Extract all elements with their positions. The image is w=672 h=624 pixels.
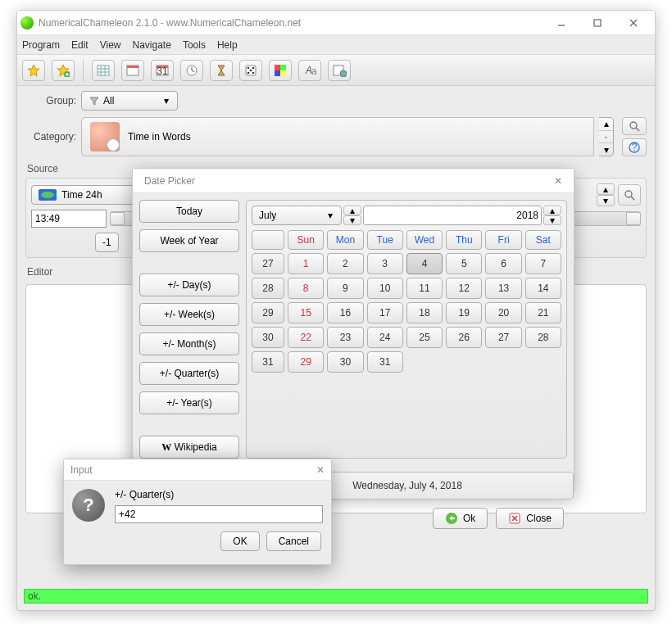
day-5[interactable]: 5 <box>446 253 482 274</box>
date-picker-close-icon[interactable]: ✕ <box>549 175 567 187</box>
day-6[interactable]: 6 <box>485 253 521 274</box>
pm-weeks-button[interactable]: +/- Week(s) <box>139 303 239 326</box>
star-add-icon[interactable] <box>52 60 75 81</box>
close-button[interactable] <box>615 11 652 34</box>
day-header-thu: Thu <box>446 230 482 250</box>
month-select[interactable]: July▾ <box>252 206 342 225</box>
day-11[interactable]: 11 <box>406 278 443 299</box>
year-spinner[interactable]: ▴▾ <box>543 206 561 225</box>
day-8[interactable]: 8 <box>288 278 324 299</box>
day-9[interactable]: 9 <box>327 278 363 299</box>
menu-edit[interactable]: Edit <box>71 39 89 51</box>
wikipedia-button[interactable]: W Wikipedia <box>139 436 239 459</box>
day-22[interactable]: 22 <box>288 327 324 348</box>
menu-view[interactable]: View <box>100 39 121 51</box>
star-icon[interactable] <box>22 60 45 81</box>
clock-icon[interactable] <box>180 60 203 81</box>
input-value-field[interactable] <box>115 505 323 523</box>
day-1[interactable]: 1 <box>288 253 324 274</box>
day-30[interactable]: 30 <box>327 351 363 373</box>
day-7[interactable]: 7 <box>525 253 561 274</box>
template-icon[interactable] <box>328 60 351 81</box>
pm-years-button[interactable]: +/- Year(s) <box>139 391 239 414</box>
calendar-panel: July▾ ▴▾ 2018 ▴▾ SunMonTueWedThuFriSat27… <box>246 200 567 459</box>
input-ok-button[interactable]: OK <box>220 531 259 551</box>
day-27[interactable]: 27 <box>485 327 521 348</box>
group-select[interactable]: All ▾ <box>81 91 178 111</box>
day-19[interactable]: 19 <box>446 302 482 323</box>
day-17[interactable]: 17 <box>367 302 403 323</box>
day-14[interactable]: 14 <box>525 278 561 299</box>
maximize-button[interactable] <box>579 11 615 34</box>
source-search-button[interactable] <box>618 184 641 206</box>
day-26[interactable]: 26 <box>446 327 482 348</box>
globe-icon <box>39 189 57 201</box>
day-21[interactable]: 21 <box>525 302 561 323</box>
day-2[interactable]: 2 <box>327 253 363 274</box>
pm-months-button[interactable]: +/- Month(s) <box>139 332 239 355</box>
day-13[interactable]: 13 <box>485 278 521 299</box>
menu-navigate[interactable]: Navigate <box>133 39 171 51</box>
search-category-button[interactable] <box>622 117 647 135</box>
svg-text:a: a <box>311 66 317 77</box>
svg-rect-15 <box>127 66 138 68</box>
week-number[interactable]: 29 <box>252 302 284 323</box>
source-value-input[interactable]: 13:49 <box>31 210 107 228</box>
svg-rect-29 <box>280 65 286 70</box>
calendar-day-icon[interactable]: 31 <box>151 60 174 81</box>
day-20[interactable]: 20 <box>485 302 521 323</box>
source-spinner[interactable]: ▴▾ <box>597 183 615 206</box>
day-18[interactable]: 18 <box>406 302 443 323</box>
day-10[interactable]: 10 <box>367 278 403 299</box>
day-16[interactable]: 16 <box>327 302 363 323</box>
week-number[interactable]: 30 <box>252 327 284 348</box>
week-of-year-button[interactable]: Week of Year <box>139 229 239 252</box>
week-number[interactable]: 28 <box>252 278 284 299</box>
text-tool-icon[interactable]: Aa <box>298 60 321 81</box>
hourglass-icon[interactable] <box>210 60 233 81</box>
day-4[interactable]: 4 <box>406 253 443 274</box>
neg1-button[interactable]: -1 <box>95 233 119 252</box>
category-select[interactable]: Time in Words <box>81 117 594 156</box>
day-3[interactable]: 3 <box>367 253 403 274</box>
grid-icon[interactable] <box>92 60 115 81</box>
today-button[interactable]: Today <box>139 200 239 223</box>
input-dialog-close-icon[interactable]: ✕ <box>316 464 325 476</box>
calendar-grid-icon[interactable] <box>121 60 144 81</box>
day-28[interactable]: 28 <box>525 327 561 348</box>
pm-quarters-button[interactable]: +/- Quarter(s) <box>139 362 239 385</box>
color-swatch-icon[interactable] <box>269 60 292 81</box>
category-spinner[interactable]: ▴·▾ <box>599 117 614 156</box>
day-24[interactable]: 24 <box>367 327 403 348</box>
day-25[interactable]: 25 <box>406 327 443 348</box>
source-unit-value: Time 24h <box>61 189 102 201</box>
toolbar-separator <box>83 59 84 82</box>
year-input[interactable]: 2018 <box>363 206 542 225</box>
day-header-mon: Mon <box>327 230 363 250</box>
titlebar: NumericalChameleon 2.1.0 - www.Numerical… <box>17 11 655 35</box>
filter-icon <box>89 95 100 106</box>
input-cancel-button[interactable]: Cancel <box>266 531 321 551</box>
day-12[interactable]: 12 <box>446 278 482 299</box>
svg-point-36 <box>630 122 637 129</box>
menu-help[interactable]: Help <box>217 39 238 51</box>
menu-tools[interactable]: Tools <box>183 39 206 51</box>
date-picker-dialog: Date Picker ✕ Today Week of Year +/- Day… <box>132 168 574 494</box>
week-number[interactable]: 31 <box>252 351 284 373</box>
svg-point-25 <box>250 69 252 71</box>
day-header-tue: Tue <box>367 230 403 250</box>
minimize-button[interactable] <box>543 11 579 34</box>
pm-days-button[interactable]: +/- Day(s) <box>139 274 239 296</box>
help-category-button[interactable]: ? <box>622 138 647 156</box>
day-29[interactable]: 29 <box>288 351 324 373</box>
month-spinner[interactable]: ▴▾ <box>343 206 361 225</box>
date-picker-ok-button[interactable]: Ok <box>433 508 488 529</box>
dice-icon[interactable] <box>239 60 262 81</box>
day-31[interactable]: 31 <box>367 351 403 373</box>
day-15[interactable]: 15 <box>288 302 324 323</box>
status-bar: ok. <box>24 589 648 604</box>
day-23[interactable]: 23 <box>327 327 363 348</box>
date-picker-close-button[interactable]: Close <box>496 508 564 529</box>
week-number[interactable]: 27 <box>252 253 284 274</box>
menu-program[interactable]: Program <box>22 39 60 51</box>
